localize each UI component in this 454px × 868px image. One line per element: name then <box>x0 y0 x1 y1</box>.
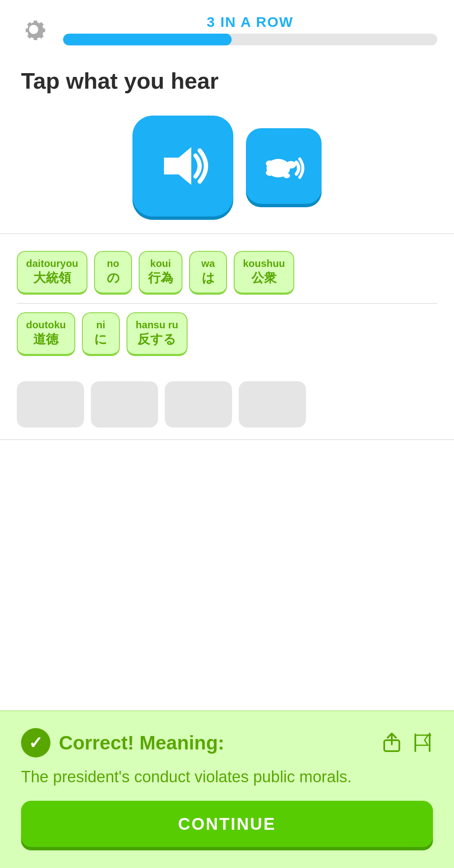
instruction-section: Tap what you hear <box>0 55 454 99</box>
speaker-icon <box>156 143 210 189</box>
tile-romaji: doutoku <box>26 319 66 331</box>
word-tile[interactable]: doutoku道徳 <box>17 312 75 356</box>
check-icon: ✓ <box>29 733 43 752</box>
share-icon <box>381 732 403 754</box>
feedback-meaning: The president's conduct violates public … <box>21 766 433 788</box>
continue-button[interactable]: CONTINUE <box>21 801 433 847</box>
tile-kanji: 行為 <box>148 269 173 287</box>
tile-romaji: daitouryou <box>26 258 78 269</box>
tile-romaji: ni <box>96 319 105 331</box>
word-tiles-section: daitouryou大統領noのkoui行為waはkoushuu公衆 douto… <box>0 233 454 373</box>
feedback-icons <box>381 732 433 754</box>
svg-point-2 <box>286 161 296 169</box>
streak-label: 3 IN A ROW <box>207 14 293 30</box>
tile-kanji: 反する <box>137 331 176 348</box>
tile-kanji: に <box>94 331 107 348</box>
svg-point-5 <box>283 173 290 178</box>
feedback-left: ✓ Correct! Meaning: <box>21 728 224 757</box>
tile-romaji: koushuu <box>243 258 285 269</box>
tile-romaji: wa <box>201 258 215 269</box>
word-tile[interactable]: daitouryou大統領 <box>17 251 87 295</box>
settings-button[interactable] <box>17 13 50 46</box>
progress-bar-background <box>63 34 437 45</box>
word-tile[interactable]: koui行為 <box>139 251 182 295</box>
tile-kanji: は <box>202 269 215 287</box>
gear-icon <box>18 14 49 45</box>
word-tile[interactable]: niに <box>82 312 120 356</box>
answer-placeholder <box>91 381 158 427</box>
tile-romaji: hansu ru <box>136 319 178 331</box>
audio-buttons-section <box>0 99 454 233</box>
tile-kanji: の <box>107 269 120 287</box>
check-circle: ✓ <box>21 728 50 757</box>
tile-romaji: no <box>107 258 119 269</box>
answer-placeholder <box>165 381 232 427</box>
feedback-panel: ✓ Correct! Meaning: The p <box>0 710 454 868</box>
answer-placeholder <box>239 381 306 427</box>
svg-marker-0 <box>164 147 191 185</box>
word-tile[interactable]: hansu ru反する <box>127 312 187 356</box>
tile-kanji: 道徳 <box>33 331 58 348</box>
progress-bar-fill <box>63 34 232 45</box>
play-slow-audio-button[interactable] <box>246 128 322 204</box>
instruction-text: Tap what you hear <box>21 67 433 95</box>
progress-container: 3 IN A ROW <box>63 14 437 45</box>
flag-icon <box>411 732 433 754</box>
tile-kanji: 公衆 <box>251 269 277 287</box>
answer-area <box>0 373 454 440</box>
turtle-speaker-icon <box>261 147 307 185</box>
tile-romaji: koui <box>150 258 171 269</box>
bookmark-button[interactable] <box>411 732 433 754</box>
play-audio-button[interactable] <box>132 116 233 216</box>
answer-placeholder <box>17 381 84 427</box>
tile-kanji: 大統領 <box>33 269 71 287</box>
header: 3 IN A ROW <box>0 0 454 55</box>
feedback-header: ✓ Correct! Meaning: <box>21 728 433 757</box>
word-row-1: daitouryou大統領noのkoui行為waはkoushuu公衆 <box>17 243 437 304</box>
correct-label: Correct! Meaning: <box>59 731 224 754</box>
word-tile[interactable]: waは <box>189 251 227 295</box>
word-tile[interactable]: noの <box>94 251 132 295</box>
share-button[interactable] <box>381 732 403 754</box>
word-tile[interactable]: koushuu公衆 <box>234 251 294 295</box>
word-row-2: doutoku道徳niにhansu ru反する <box>17 304 437 364</box>
